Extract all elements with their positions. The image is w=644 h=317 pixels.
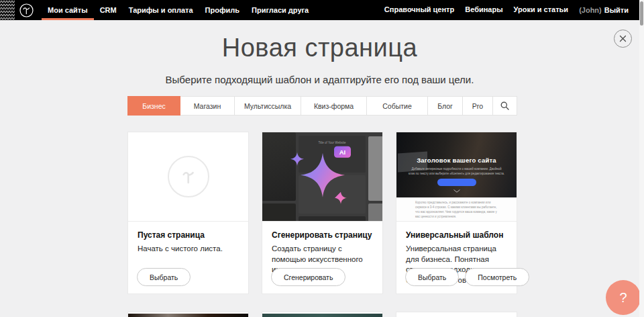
tilda-logo-icon[interactable] bbox=[19, 3, 34, 17]
card-title: Сгенерировать страницу bbox=[272, 230, 373, 240]
svg-text:AI: AI bbox=[339, 148, 345, 156]
card-description: Начать с чистого листа. bbox=[138, 244, 239, 255]
generate-button[interactable]: Сгенерировать bbox=[271, 268, 345, 286]
close-icon bbox=[619, 35, 627, 42]
search-icon bbox=[500, 101, 509, 110]
template-card-ai-generate[interactable]: Title of Your Website bbox=[262, 132, 383, 294]
logout-link[interactable]: Выйти bbox=[604, 6, 629, 14]
template-card-grid: Пустая страница Начать с чистого листа. … bbox=[127, 132, 517, 294]
template-category-tabs: Бизнес Магазин Мультиссылка Квиз-форма С… bbox=[127, 96, 517, 116]
tab-multilink[interactable]: Мультиссылка bbox=[235, 96, 301, 116]
preview-heading: Заголовок вашего сайта bbox=[396, 156, 517, 164]
ai-sparkle-icon: AI bbox=[282, 138, 363, 212]
close-button[interactable] bbox=[614, 30, 632, 48]
template-card-partial[interactable] bbox=[127, 312, 249, 317]
universal-template-thumbnail: Заголовок вашего сайта Добавьте интересн… bbox=[396, 132, 517, 222]
help-button[interactable]: ? bbox=[606, 280, 641, 315]
user-session: (John) Выйти bbox=[574, 6, 629, 14]
nav-lessons[interactable]: Уроки и статьи bbox=[508, 0, 574, 20]
preview-subtext: Добавьте интересные подробности о вашей … bbox=[409, 167, 504, 177]
nav-crm[interactable]: CRM bbox=[94, 0, 123, 20]
template-hero-preview: Заголовок вашего сайта Добавьте интересн… bbox=[396, 132, 517, 197]
nav-help-center[interactable]: Справочный центр bbox=[379, 0, 460, 20]
ai-badge: AI bbox=[334, 146, 351, 158]
tab-event[interactable]: Событие bbox=[367, 96, 428, 116]
top-navbar: Мои сайты CRM Тарифы и оплата Профиль Пр… bbox=[0, 0, 644, 20]
ai-generate-thumbnail: Title of Your Website bbox=[262, 132, 382, 222]
scrollbar-thumb[interactable] bbox=[640, 1, 643, 26]
template-card-blank[interactable]: Пустая страница Начать с чистого листа. … bbox=[127, 132, 249, 294]
preview-body-text: Коротко представьтесь, и расскажите о ко… bbox=[415, 200, 498, 220]
card-title: Универсальный шаблон bbox=[406, 230, 507, 240]
nav-invite-friend[interactable]: Пригласи друга bbox=[246, 0, 315, 20]
choose-template-button[interactable]: Выбрать bbox=[405, 268, 459, 286]
preview-cta-button bbox=[437, 179, 476, 186]
page-subtitle: Выберите подходящий шаблон и адаптируйте… bbox=[0, 74, 639, 85]
tab-store[interactable]: Магазин bbox=[180, 96, 235, 116]
choose-blank-button[interactable]: Выбрать bbox=[137, 268, 191, 286]
texture-pattern bbox=[0, 0, 15, 20]
blank-page-thumbnail bbox=[128, 132, 248, 222]
nav-my-sites[interactable]: Мои сайты bbox=[42, 0, 94, 20]
scrollbar[interactable] bbox=[639, 0, 644, 317]
search-templates-button[interactable] bbox=[493, 96, 517, 116]
tilda-logo-watermark-icon bbox=[168, 156, 209, 197]
secondary-menu: Справочный центр Вебинары Уроки и статьи… bbox=[379, 0, 629, 20]
template-card-partial[interactable] bbox=[262, 312, 383, 317]
nav-webinars[interactable]: Вебинары bbox=[460, 0, 508, 20]
tab-quiz-form[interactable]: Квиз-форма bbox=[301, 96, 367, 116]
template-card-grid-row2 bbox=[127, 312, 517, 317]
user-name: (John) bbox=[579, 6, 602, 14]
nav-profile[interactable]: Профиль bbox=[199, 0, 246, 20]
template-card-universal[interactable]: Заголовок вашего сайта Добавьте интересн… bbox=[396, 132, 517, 294]
tab-pro[interactable]: Pro bbox=[463, 96, 493, 116]
template-body-preview: Коротко представьтесь, и расскажите о ко… bbox=[396, 197, 517, 222]
main-menu: Мои сайты CRM Тарифы и оплата Профиль Пр… bbox=[42, 0, 315, 20]
page-title: Новая страница bbox=[0, 34, 639, 62]
chevron-down-icon bbox=[453, 189, 460, 193]
tab-business[interactable]: Бизнес bbox=[127, 96, 180, 116]
preview-template-button[interactable]: Посмотреть bbox=[465, 268, 529, 286]
nav-pricing[interactable]: Тарифы и оплата bbox=[123, 0, 199, 20]
template-card-partial[interactable] bbox=[396, 312, 517, 317]
tab-blog[interactable]: Блог bbox=[428, 96, 463, 116]
card-title: Пустая страница bbox=[138, 230, 239, 240]
